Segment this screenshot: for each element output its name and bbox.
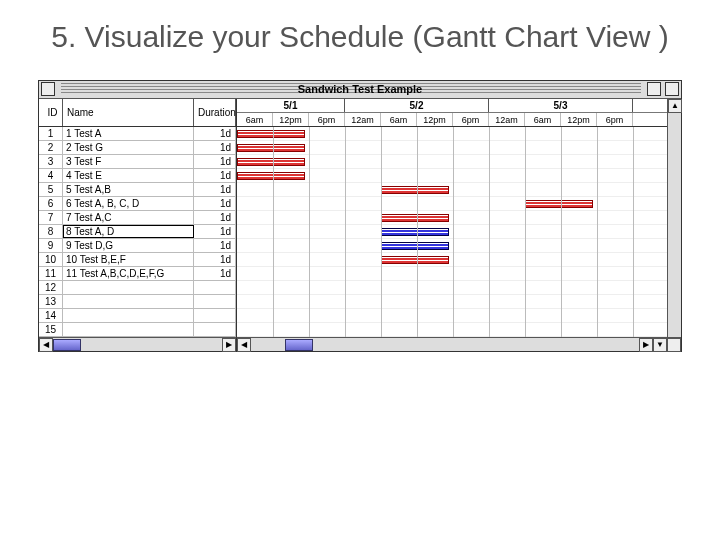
cell-id: 13	[39, 295, 63, 308]
gantt-body[interactable]	[237, 127, 681, 337]
cell-duration[interactable]: 1d	[194, 267, 236, 280]
col-header-id[interactable]: ID	[39, 99, 63, 126]
scroll-track[interactable]	[81, 338, 222, 351]
gantt-row[interactable]	[237, 211, 681, 225]
hour-header: 12am	[489, 113, 525, 127]
cell-name[interactable]	[63, 281, 194, 294]
table-row[interactable]: 44 Test E1d	[39, 169, 236, 183]
table-row[interactable]: 55 Test A,B1d	[39, 183, 236, 197]
gantt-row[interactable]	[237, 267, 681, 281]
cell-name[interactable]: 6 Test A, B, C, D	[63, 197, 194, 210]
gantt-row[interactable]	[237, 309, 681, 323]
cell-name[interactable]: 5 Test A,B	[63, 183, 194, 196]
gantt-row[interactable]	[237, 225, 681, 239]
gantt-row[interactable]	[237, 323, 681, 337]
cell-duration[interactable]	[194, 295, 236, 308]
gantt-row[interactable]	[237, 155, 681, 169]
gantt-row[interactable]	[237, 281, 681, 295]
table-row[interactable]: 1111 Test A,B,C,D,E,F,G1d	[39, 267, 236, 281]
cell-name[interactable]: 9 Test D,G	[63, 239, 194, 252]
gantt-bar[interactable]	[381, 256, 449, 264]
cell-duration[interactable]: 1d	[194, 253, 236, 266]
scroll-left-icon[interactable]: ◀	[237, 338, 251, 352]
gantt-bar[interactable]	[381, 214, 449, 222]
scroll-right-icon[interactable]: ▶	[639, 338, 653, 352]
cell-name[interactable]: 2 Test G	[63, 141, 194, 154]
cell-name[interactable]: 8 Test A, D	[63, 225, 194, 238]
table-row[interactable]: 88 Test A, D1d	[39, 225, 236, 239]
gantt-bar[interactable]	[381, 186, 449, 194]
vertical-scrollbar[interactable]: ▲	[667, 99, 681, 337]
scroll-thumb[interactable]	[53, 339, 81, 351]
cell-duration[interactable]	[194, 281, 236, 294]
right-h-scrollbar[interactable]: ◀ ▶ ▼	[237, 337, 681, 351]
col-header-name[interactable]: Name	[63, 99, 194, 126]
gantt-bar[interactable]	[237, 172, 305, 180]
cell-duration[interactable]	[194, 309, 236, 322]
gantt-bar[interactable]	[381, 242, 449, 250]
gantt-bar[interactable]	[525, 200, 593, 208]
cell-duration[interactable]: 1d	[194, 169, 236, 182]
cell-duration[interactable]: 1d	[194, 225, 236, 238]
gantt-row[interactable]	[237, 253, 681, 267]
gridline	[381, 127, 382, 337]
cell-name[interactable]: 10 Test B,E,F	[63, 253, 194, 266]
col-header-duration[interactable]: Duration	[194, 99, 236, 126]
cell-name[interactable]: 11 Test A,B,C,D,E,F,G	[63, 267, 194, 280]
cell-duration[interactable]: 1d	[194, 211, 236, 224]
table-row[interactable]: 1010 Test B,E,F1d	[39, 253, 236, 267]
table-row[interactable]: 14	[39, 309, 236, 323]
cell-duration[interactable]	[194, 323, 236, 336]
scroll-down-icon[interactable]: ▼	[653, 338, 667, 352]
left-h-scrollbar[interactable]: ◀ ▶	[39, 337, 237, 351]
table-row[interactable]: 12	[39, 281, 236, 295]
gantt-row[interactable]	[237, 295, 681, 309]
cell-id: 12	[39, 281, 63, 294]
table-row[interactable]: 77 Test A,C1d	[39, 211, 236, 225]
close-icon[interactable]	[41, 82, 55, 96]
cell-duration[interactable]: 1d	[194, 155, 236, 168]
table-row[interactable]: 66 Test A, B, C, D1d	[39, 197, 236, 211]
gantt-bar[interactable]	[237, 144, 305, 152]
gantt-row[interactable]	[237, 141, 681, 155]
gantt-bar[interactable]	[381, 228, 449, 236]
scroll-right-icon[interactable]: ▶	[222, 338, 236, 352]
table-row[interactable]: 22 Test G1d	[39, 141, 236, 155]
cell-name[interactable]	[63, 295, 194, 308]
table-row[interactable]: 15	[39, 323, 236, 337]
collapse-button[interactable]	[665, 82, 679, 96]
cell-duration[interactable]: 1d	[194, 197, 236, 210]
cell-name[interactable]: 7 Test A,C	[63, 211, 194, 224]
cell-duration[interactable]: 1d	[194, 239, 236, 252]
cell-duration[interactable]: 1d	[194, 183, 236, 196]
table-row[interactable]: 99 Test D,G1d	[39, 239, 236, 253]
scroll-track[interactable]	[313, 338, 639, 351]
scroll-thumb[interactable]	[285, 339, 313, 351]
cell-name[interactable]: 3 Test F	[63, 155, 194, 168]
hour-header: 6pm	[597, 113, 633, 127]
table-row[interactable]: 33 Test F1d	[39, 155, 236, 169]
table-row[interactable]: 11 Test A1d	[39, 127, 236, 141]
scroll-up-icon[interactable]: ▲	[668, 99, 682, 113]
gantt-row[interactable]	[237, 127, 681, 141]
gantt-row[interactable]	[237, 183, 681, 197]
gantt-bar[interactable]	[237, 158, 305, 166]
table-row[interactable]: 13	[39, 295, 236, 309]
cell-name[interactable]: 4 Test E	[63, 169, 194, 182]
gantt-row[interactable]	[237, 197, 681, 211]
scroll-left-icon[interactable]: ◀	[39, 338, 53, 352]
cell-duration[interactable]: 1d	[194, 141, 236, 154]
cell-id: 8	[39, 225, 63, 238]
gantt-row[interactable]	[237, 239, 681, 253]
zoom-button[interactable]	[647, 82, 661, 96]
task-table-body: 11 Test A1d22 Test G1d33 Test F1d44 Test…	[39, 127, 236, 337]
scroll-track[interactable]	[251, 338, 285, 351]
cell-name[interactable]	[63, 323, 194, 336]
gantt-bar[interactable]	[237, 130, 305, 138]
resize-handle-icon[interactable]	[667, 338, 681, 352]
titlebar[interactable]: Sandwich Test Example	[39, 81, 681, 99]
cell-duration[interactable]: 1d	[194, 127, 236, 140]
cell-name[interactable]: 1 Test A	[63, 127, 194, 140]
gantt-row[interactable]	[237, 169, 681, 183]
cell-name[interactable]	[63, 309, 194, 322]
